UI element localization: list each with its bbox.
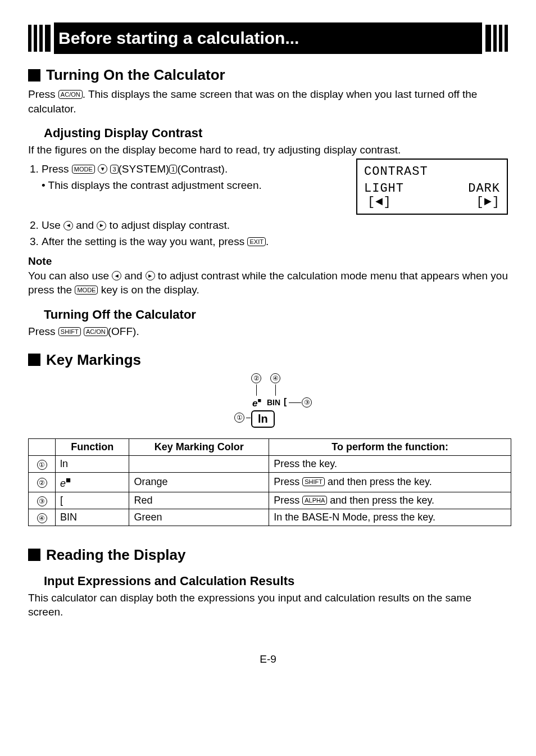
heading-text: Key Markings	[46, 351, 141, 369]
table-header-row: Function Key Marking Color To perform th…	[29, 438, 511, 455]
ring-bullet-icon	[28, 128, 39, 139]
color-cell: Orange	[129, 472, 269, 492]
diagram-bracket-label: [	[284, 397, 287, 407]
table-header: Function	[56, 438, 129, 455]
mode-key-icon: MODE	[75, 286, 98, 295]
table-row: ③ [ Red Press ALPHA and then press the k…	[29, 492, 511, 509]
action-cell: Press SHIFT and then press the key.	[269, 472, 511, 492]
contrast-dark-label: DARK	[468, 182, 500, 196]
function-cell: [	[56, 492, 129, 509]
function-cell: e■	[56, 472, 129, 492]
shift-key-icon: SHIFT	[58, 327, 81, 336]
color-cell: Red	[129, 492, 269, 509]
square-bullet-icon	[28, 549, 40, 561]
function-cell: ln	[56, 455, 129, 472]
subheading-text: Adjusting Display Contrast	[44, 126, 202, 141]
heading-text: Turning On the Calculator	[46, 66, 225, 84]
alpha-key-icon: ALPHA	[302, 496, 327, 505]
ring-bullet-icon	[28, 309, 39, 320]
section-heading-reading-display: Reading the Display	[28, 546, 508, 564]
note-label: Note	[28, 255, 508, 268]
subheading-contrast: Adjusting Display Contrast	[28, 126, 508, 141]
turnoff-paragraph: Press SHIFT AC/ON(OFF).	[28, 324, 508, 339]
circled-2-icon: ②	[251, 373, 261, 383]
acon-key-icon: AC/ON	[58, 90, 83, 99]
text-fragment: (OFF).	[108, 325, 139, 337]
text-fragment: (Contrast).	[177, 163, 228, 175]
contrast-screen: CONTRAST LIGHT [◄] DARK [►]	[356, 159, 508, 215]
diagram-ln-key: ln	[251, 410, 275, 428]
color-cell: Green	[129, 509, 269, 526]
circled-1-icon: ①	[234, 413, 244, 423]
banner-bars-right	[482, 22, 508, 54]
text-fragment: and	[73, 219, 97, 231]
exit-key-icon: EXIT	[247, 237, 265, 246]
shift-key-icon: SHIFT	[302, 477, 325, 486]
heading-text: Reading the Display	[46, 546, 186, 564]
text-fragment: Press	[42, 163, 72, 175]
page-number: E-9	[28, 653, 508, 666]
three-key-icon: 3	[110, 165, 118, 174]
ring-bullet-icon	[28, 576, 39, 587]
contrast-step-1: Press MODE ▼ 3(SYSTEM)1(Contrast).	[42, 162, 334, 177]
text-fragment: key is on the display.	[98, 284, 199, 296]
page-title: Before starting a calculation...	[54, 22, 482, 54]
reading-paragraph: This calculator can display both the exp…	[28, 591, 508, 619]
subheading-text: Turning Off the Calculator	[44, 307, 196, 322]
contrast-light-label: LIGHT	[364, 182, 404, 196]
text-fragment: You can also use	[28, 270, 112, 282]
circled-1-icon: ①	[37, 460, 47, 470]
table-row: ② e■ Orange Press SHIFT and then press t…	[29, 472, 511, 492]
text-fragment: and	[121, 270, 145, 282]
contrast-light-col: LIGHT [◄]	[364, 182, 404, 209]
diagram-bin-label: BIN	[267, 398, 280, 407]
contrast-dark-arrow: [►]	[468, 196, 500, 209]
text-fragment: (SYSTEM)	[119, 163, 170, 175]
acon-key-icon: AC/ON	[84, 327, 108, 336]
text-fragment: .	[266, 236, 269, 247]
contrast-steps: Press MODE ▼ 3(SYSTEM)1(Contrast).	[28, 162, 334, 177]
color-cell	[129, 455, 269, 472]
action-cell: Press the key.	[269, 455, 511, 472]
function-cell: BIN	[56, 509, 129, 526]
square-bullet-icon	[28, 354, 40, 366]
key-markings-diagram: ① ② ③ ④ e■ BIN [ ln	[28, 373, 508, 432]
contrast-step-3: After the setting is the way you want, p…	[42, 234, 508, 250]
contrast-intro: If the figures on the display become har…	[28, 143, 508, 157]
mode-key-icon: MODE	[72, 165, 95, 174]
contrast-screen-title: CONTRAST	[364, 165, 500, 179]
table-row: ④ BIN Green In the BASE-N Mode, press th…	[29, 509, 511, 526]
table-header: To perform the function:	[269, 438, 511, 455]
contrast-steps-cont: Use ◄ and ► to adjust display contrast. …	[28, 218, 508, 249]
action-cell: In the BASE-N Mode, press the key.	[269, 509, 511, 526]
left-arrow-key-icon: ◄	[112, 271, 121, 280]
text-fragment: to adjust display contrast.	[106, 219, 230, 231]
diagram-e-label: e■	[252, 397, 261, 409]
circled-3-icon: ③	[37, 496, 47, 506]
square-bullet-icon	[28, 69, 40, 82]
down-arrow-key-icon: ▼	[98, 164, 107, 174]
subheading-turnoff: Turning Off the Calculator	[28, 307, 508, 322]
table-row: ① ln Press the key.	[29, 455, 511, 472]
page-title-banner: Before starting a calculation...	[28, 22, 508, 54]
contrast-bullet: • This displays the contrast adjustment …	[42, 179, 334, 192]
contrast-dark-col: DARK [►]	[468, 182, 500, 209]
one-key-icon: 1	[169, 165, 177, 174]
section-heading-turning-on: Turning On the Calculator	[28, 66, 508, 84]
circled-4-icon: ④	[270, 373, 280, 383]
note-paragraph: You can also use ◄ and ► to adjust contr…	[28, 269, 508, 297]
table-header: Key Marking Color	[129, 438, 269, 455]
text-fragment: Press	[28, 88, 58, 100]
section-heading-key-markings: Key Markings	[28, 351, 508, 369]
contrast-light-arrow: [◄]	[364, 196, 404, 209]
table-header	[29, 438, 56, 455]
circled-3-icon: ③	[302, 397, 312, 408]
left-arrow-key-icon: ◄	[63, 221, 73, 230]
subheading-input-expressions: Input Expressions and Calculation Result…	[28, 574, 508, 588]
circled-4-icon: ④	[37, 513, 47, 523]
circled-2-icon: ②	[37, 478, 47, 488]
text-fragment: Use	[42, 219, 63, 231]
text-fragment: Press	[28, 325, 58, 337]
text-fragment: . This displays the same screen that was…	[28, 88, 477, 115]
banner-bars-left	[28, 22, 54, 54]
